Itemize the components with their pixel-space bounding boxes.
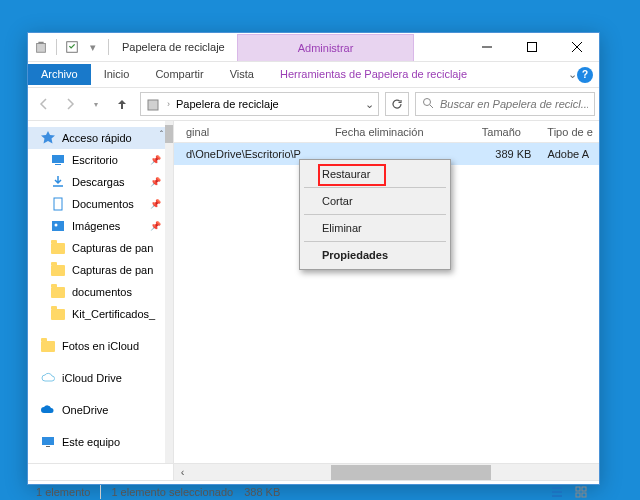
- sidebar-item-quick-access[interactable]: Acceso rápido: [28, 127, 173, 149]
- menu-cut[interactable]: Cortar: [302, 189, 448, 213]
- col-date-deleted[interactable]: Fecha eliminación: [327, 126, 474, 138]
- col-size[interactable]: Tamaño: [474, 126, 540, 138]
- folder-icon: [40, 338, 56, 354]
- nav-scrollbar[interactable]: [165, 121, 173, 463]
- sidebar-item-this-pc[interactable]: Este equipo: [28, 431, 173, 453]
- scroll-left-button[interactable]: ‹: [174, 464, 191, 481]
- folder-icon: [50, 306, 66, 322]
- recent-dropdown[interactable]: ▾: [84, 92, 108, 116]
- sidebar-item-pictures[interactable]: Imágenes📌: [28, 215, 173, 237]
- ribbon-tabs: Archivo Inicio Compartir Vista Herramien…: [28, 62, 599, 87]
- tab-file[interactable]: Archivo: [28, 64, 91, 85]
- svg-rect-1: [38, 42, 43, 44]
- tab-recyclebin-tools[interactable]: Herramientas de Papelera de reciclaje: [267, 64, 480, 85]
- view-thumbnails-button[interactable]: [571, 482, 591, 501]
- svg-rect-16: [582, 493, 586, 497]
- status-size: 388 KB: [244, 486, 280, 498]
- menu-restore[interactable]: Restaurar: [302, 162, 448, 186]
- downloads-icon: [50, 174, 66, 190]
- svg-rect-4: [148, 100, 158, 110]
- sidebar-item-folder[interactable]: Capturas de pan: [28, 237, 173, 259]
- svg-rect-3: [527, 43, 536, 52]
- window-title: Papelera de reciclaje: [116, 41, 237, 53]
- minimize-button[interactable]: [464, 33, 509, 61]
- scroll-track[interactable]: ‹: [174, 464, 599, 480]
- pin-icon: 📌: [150, 221, 161, 231]
- folder-icon: [50, 240, 66, 256]
- address-location: Papelera de reciclaje: [176, 98, 279, 110]
- this-pc-icon: [40, 434, 56, 450]
- tab-share[interactable]: Compartir: [142, 64, 216, 85]
- titlebar: ▾ Papelera de reciclaje Administrar: [28, 33, 599, 62]
- onedrive-icon: [40, 402, 56, 418]
- search-icon: [422, 97, 434, 111]
- back-button[interactable]: [32, 92, 56, 116]
- pin-icon: 📌: [150, 155, 161, 165]
- col-original-location[interactable]: ginal: [178, 126, 327, 138]
- svg-rect-8: [54, 198, 62, 210]
- sidebar-item-downloads[interactable]: Descargas📌: [28, 171, 173, 193]
- svg-point-5: [424, 99, 431, 106]
- folder-icon: [50, 284, 66, 300]
- ribbon-collapse-icon[interactable]: ⌄: [568, 68, 577, 81]
- menu-delete[interactable]: Eliminar: [302, 216, 448, 240]
- address-bar: ▾ › Papelera de reciclaje ⌄: [28, 87, 599, 121]
- column-headers: ginal Fecha eliminación Tamaño Tipo de e: [174, 121, 599, 143]
- menu-properties[interactable]: Propiedades: [302, 243, 448, 267]
- svg-rect-0: [37, 44, 46, 53]
- sidebar-item-folder[interactable]: Capturas de pan: [28, 259, 173, 281]
- context-menu: Restaurar Cortar Eliminar Propiedades: [299, 159, 451, 270]
- help-icon[interactable]: ?: [577, 67, 593, 83]
- properties-icon[interactable]: [65, 40, 79, 54]
- pin-icon: 📌: [150, 199, 161, 209]
- sidebar-item-folder[interactable]: Kit_Certificados_: [28, 303, 173, 325]
- svg-rect-15: [576, 493, 580, 497]
- chevron-right-icon: ›: [167, 99, 170, 109]
- horizontal-scrollbar: ‹: [28, 463, 599, 480]
- status-item-count: 1 elemento: [36, 486, 90, 498]
- scroll-thumb[interactable]: [331, 465, 491, 480]
- maximize-button[interactable]: [509, 33, 554, 61]
- cell-type: Adobe A: [539, 148, 599, 160]
- qat-dropdown-icon[interactable]: ▾: [86, 40, 100, 54]
- quick-access-icon: [40, 130, 56, 146]
- sidebar-item-documents[interactable]: Documentos📌: [28, 193, 173, 215]
- manage-tab[interactable]: Administrar: [237, 34, 415, 61]
- location-icon: [145, 96, 161, 112]
- tab-home[interactable]: Inicio: [91, 64, 143, 85]
- icloud-icon: [40, 370, 56, 386]
- status-selected: 1 elemento seleccionado: [111, 486, 233, 498]
- svg-rect-13: [576, 487, 580, 491]
- sidebar-item-icloud-photos[interactable]: Fotos en iCloud: [28, 335, 173, 357]
- recycle-bin-icon: [34, 40, 48, 54]
- folder-icon: [50, 262, 66, 278]
- status-bar: 1 elemento 1 elemento seleccionado 388 K…: [28, 480, 599, 500]
- svg-rect-12: [46, 446, 50, 447]
- pictures-icon: [50, 218, 66, 234]
- address-dropdown[interactable]: ⌄: [365, 98, 374, 111]
- svg-rect-11: [42, 437, 54, 445]
- svg-rect-7: [55, 164, 61, 165]
- sidebar-item-folder[interactable]: documentos: [28, 281, 173, 303]
- col-type[interactable]: Tipo de e: [539, 126, 599, 138]
- forward-button[interactable]: [58, 92, 82, 116]
- up-button[interactable]: [110, 92, 134, 116]
- sidebar-label: Acceso rápido: [62, 132, 132, 144]
- cell-size: 389 KB: [474, 148, 540, 160]
- view-details-button[interactable]: [547, 482, 567, 501]
- address-box[interactable]: › Papelera de reciclaje ⌄: [140, 92, 379, 116]
- search-input[interactable]: [440, 98, 588, 110]
- documents-icon: [50, 196, 66, 212]
- svg-rect-9: [52, 221, 64, 231]
- desktop-icon: [50, 152, 66, 168]
- sidebar-item-onedrive[interactable]: OneDrive: [28, 399, 173, 421]
- tab-view[interactable]: Vista: [217, 64, 267, 85]
- sidebar-item-icloud-drive[interactable]: iCloud Drive: [28, 367, 173, 389]
- refresh-button[interactable]: [385, 92, 409, 116]
- sidebar-item-desktop[interactable]: Escritorio📌: [28, 149, 173, 171]
- pin-icon: 📌: [150, 177, 161, 187]
- svg-rect-14: [582, 487, 586, 491]
- close-button[interactable]: [554, 33, 599, 61]
- search-box[interactable]: [415, 92, 595, 116]
- collapse-icon[interactable]: ˆ: [160, 129, 163, 139]
